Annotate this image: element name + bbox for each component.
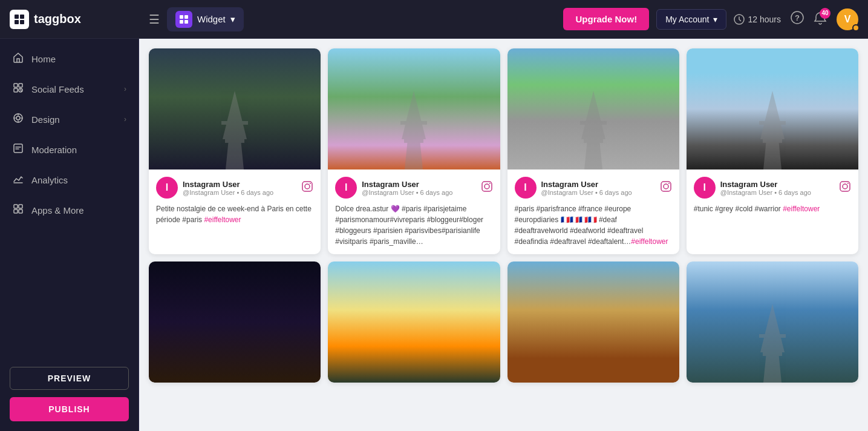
svg-marker-46	[760, 304, 785, 383]
card-text-1: Petite nostalgie de ce week-end à Paris …	[156, 203, 313, 225]
svg-point-45	[847, 183, 849, 184]
svg-rect-19	[19, 205, 22, 208]
social-feeds-icon	[12, 82, 24, 96]
design-icon	[12, 113, 24, 126]
card-body-3: IInstagram User@Instagram User • 6 days …	[507, 169, 679, 254]
main-layout: Home Social Feeds ›	[0, 39, 868, 431]
logo-text: taggbox	[34, 12, 81, 26]
svg-point-32	[485, 184, 489, 189]
svg-rect-5	[184, 15, 188, 19]
post-card-1: IInstagram User@Instagram User • 6 days …	[149, 48, 321, 254]
sidebar-label-apps-more: Apps & More	[31, 205, 126, 216]
clock-icon	[734, 14, 745, 25]
sidebar-item-social-feeds[interactable]: Social Feeds ›	[0, 74, 139, 104]
user-handle-4: @Instagram User • 6 days ago	[720, 189, 834, 196]
svg-rect-17	[14, 144, 22, 153]
sidebar-label-social-feeds: Social Feeds	[31, 84, 117, 94]
card-text-4: #tunic #grey #cold #warrior #eiffeltower	[694, 203, 851, 214]
svg-rect-7	[184, 20, 188, 24]
user-handle-1: @Instagram User • 6 days ago	[183, 189, 296, 196]
post-card-5	[149, 262, 321, 383]
sidebar-item-design[interactable]: Design ›	[0, 104, 139, 134]
svg-rect-20	[14, 209, 18, 213]
my-account-label: My Account	[665, 15, 709, 24]
user-name-3: Instagram User	[541, 180, 655, 189]
post-card-4: IInstagram User@Instagram User • 6 days …	[687, 48, 858, 254]
main-content: IInstagram User@Instagram User • 6 days …	[139, 39, 868, 431]
svg-rect-23	[221, 121, 248, 125]
sidebar-item-apps-more[interactable]: Apps & More	[0, 195, 139, 225]
svg-marker-40	[760, 91, 785, 169]
my-account-button[interactable]: My Account ▾	[656, 9, 726, 30]
hashtag-4[interactable]: #eiffeltower	[783, 205, 820, 213]
card-image-4	[687, 48, 858, 169]
svg-point-27	[310, 183, 311, 184]
sidebar-item-analytics[interactable]: Analytics	[0, 165, 139, 195]
svg-marker-22	[223, 91, 247, 169]
preview-button[interactable]: PREVIEW	[10, 367, 129, 390]
card-user-1: IInstagram User@Instagram User • 6 days …	[156, 177, 313, 199]
user-handle-3: @Instagram User • 6 days ago	[541, 189, 655, 196]
time-display: 12 hours	[734, 14, 781, 25]
hashtag-1[interactable]: #eiffeltower	[204, 216, 241, 224]
svg-rect-30	[404, 139, 423, 143]
upgrade-button[interactable]: Upgrade Now!	[563, 8, 649, 30]
sidebar-label-moderation: Moderation	[31, 145, 126, 155]
time-label: 12 hours	[748, 15, 781, 24]
svg-rect-21	[19, 209, 22, 213]
sidebar-item-home[interactable]: Home	[0, 44, 139, 74]
sidebar-item-moderation[interactable]: Moderation	[0, 134, 139, 165]
sidebar-label-analytics: Analytics	[31, 175, 126, 185]
svg-rect-24	[225, 139, 244, 143]
notification-badge: 40	[820, 8, 830, 19]
widget-chevron: ▾	[230, 14, 235, 25]
card-body-2: IInstagram User@Instagram User • 6 days …	[328, 169, 500, 254]
svg-point-39	[668, 183, 670, 184]
post-card-6	[328, 262, 500, 383]
card-user-3: IInstagram User@Instagram User • 6 days …	[515, 177, 672, 199]
help-icon[interactable]: ?	[791, 11, 804, 27]
user-info-1: Instagram User@Instagram User • 6 days a…	[183, 180, 296, 196]
svg-rect-35	[580, 121, 607, 125]
design-arrow: ›	[124, 115, 126, 123]
card-image-8	[687, 262, 858, 383]
svg-rect-29	[400, 121, 427, 125]
svg-rect-12	[19, 84, 22, 87]
card-image-5	[149, 262, 321, 383]
card-image-2	[328, 48, 500, 169]
hashtag-3[interactable]: #eiffeltower	[631, 237, 668, 246]
svg-rect-36	[584, 139, 603, 143]
notifications-button[interactable]: 40	[814, 12, 827, 27]
user-avatar[interactable]: V	[837, 8, 858, 30]
publish-button[interactable]: PUBLISH	[10, 397, 129, 421]
user-avatar-1: I	[156, 177, 178, 199]
widget-label: Widget	[197, 14, 226, 24]
user-name-1: Instagram User	[183, 180, 296, 189]
widget-selector[interactable]: Widget ▾	[167, 7, 244, 31]
card-text-3: #paris #parisfrance #france #europe #eur…	[515, 203, 672, 247]
post-card-3: IInstagram User@Instagram User • 6 days …	[507, 48, 679, 254]
svg-rect-3	[20, 20, 24, 24]
svg-point-44	[843, 184, 847, 189]
svg-rect-47	[759, 334, 786, 338]
post-card-8	[687, 262, 858, 383]
topnav-icons: 12 hours ? 40 V	[734, 8, 858, 30]
card-image-7	[507, 262, 679, 383]
svg-rect-2	[15, 20, 19, 24]
instagram-icon-1	[301, 180, 313, 196]
svg-rect-48	[763, 352, 782, 356]
moderation-icon	[12, 143, 24, 156]
svg-marker-34	[581, 91, 605, 169]
svg-point-16	[16, 116, 20, 120]
analytics-icon	[12, 173, 24, 186]
svg-point-26	[305, 184, 310, 189]
svg-rect-6	[180, 20, 183, 24]
logo-area: taggbox	[10, 10, 149, 29]
svg-rect-1	[20, 15, 24, 19]
user-name-2: Instagram User	[362, 180, 475, 189]
svg-text:?: ?	[795, 13, 800, 22]
svg-rect-4	[180, 15, 183, 19]
hamburger-menu[interactable]: ☰	[149, 12, 160, 27]
instagram-icon-4	[839, 180, 851, 196]
user-avatar-4: I	[694, 177, 716, 199]
